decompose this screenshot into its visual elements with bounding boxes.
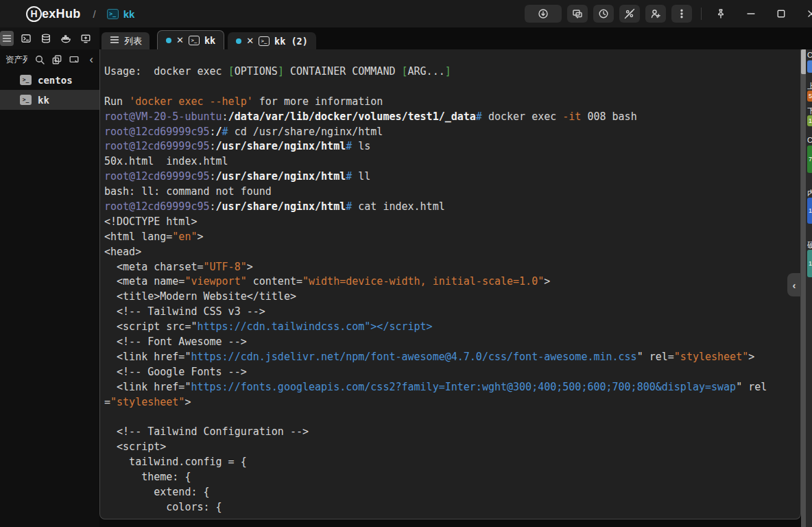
breadcrumb-session[interactable]: kk [123, 8, 135, 20]
tab-close-icon[interactable]: ✕ [246, 36, 254, 45]
terminal-line: Run 'docker exec --help' for more inform… [104, 95, 798, 110]
duplicate-add-icon[interactable] [51, 54, 62, 65]
terminal-icon: >_ [107, 9, 119, 19]
stat-badge: 5 [807, 91, 812, 102]
titlebar-divider [701, 8, 702, 20]
close-button[interactable] [801, 5, 812, 23]
stat-badge: 1 [807, 198, 812, 224]
terminal-line: root@12cd69999c95:/# cd /usr/share/nginx… [104, 125, 798, 140]
stat-label: 内 [807, 188, 812, 198]
terminal-panel[interactable]: Usage: docker exec [OPTIONS] CONTAINER C… [99, 49, 801, 519]
stat-label: C [807, 136, 812, 144]
terminal-line [104, 80, 798, 95]
more-icon [676, 8, 687, 19]
terminal-line: <script> [104, 440, 798, 455]
minimize-button[interactable] [741, 5, 761, 23]
terminal-line: <script src="https://cdn.tailwindcss.com… [104, 320, 798, 335]
close-icon [806, 8, 812, 19]
tab-list[interactable]: 列表 [102, 32, 150, 49]
terminal-line: bash: ll: command not found [104, 185, 798, 200]
docker-icon[interactable] [60, 31, 72, 46]
connected-dot [166, 38, 171, 43]
percent-slash-button[interactable] [619, 5, 640, 23]
sidebar: 资产列 ‹ >_centos>_kk [0, 49, 99, 527]
server-item-centos[interactable]: >_centos [0, 70, 99, 90]
history-button[interactable] [593, 5, 614, 23]
add-user-icon [650, 8, 661, 19]
asset-panel-header: 资产列 ‹ [0, 49, 99, 70]
terminal-icon: >_ [20, 95, 32, 105]
remote-desktop-icon[interactable] [80, 31, 92, 46]
app-window: H exHub / >_ kk 列表 ✕>_kk✕>_kk (2) 资产列 ‹ [0, 0, 812, 527]
terminal-line: colors: { [104, 500, 798, 515]
titlebar: H exHub / >_ kk [0, 0, 812, 27]
right-panel-collapse-handle[interactable]: ‹ [787, 273, 801, 296]
maximize-icon [776, 8, 787, 19]
main-row: 资产列 ‹ >_centos>_kk Usage: docker exec [O… [0, 49, 812, 527]
terminal-icon: >_ [259, 36, 270, 46]
tab-kk-(2)[interactable]: ✕>_kk (2) [228, 32, 316, 49]
terminal-line: <title>Modern Website</title> [104, 290, 798, 305]
terminal-line: <link href="https://fonts.googleapis.com… [104, 380, 798, 395]
sidebar-nav-icons [0, 27, 99, 49]
search-icon[interactable] [34, 54, 45, 65]
terminal-line: root@12cd69999c95:/usr/share/nginx/html#… [104, 169, 798, 185]
maximize-button[interactable] [771, 5, 791, 23]
tab-label: kk [204, 35, 215, 46]
terminal-output: Usage: docker exec [OPTIONS] CONTAINER C… [100, 49, 800, 515]
server-name: centos [38, 75, 73, 86]
percent-slash-icon [624, 8, 635, 19]
terminal-line: tailwind.config = { [104, 455, 798, 470]
logo-h-icon: H [26, 6, 42, 22]
monitor-icon[interactable] [69, 54, 80, 65]
screens-button[interactable] [567, 5, 588, 23]
tab-label: kk (2) [274, 36, 308, 47]
terminal-line: ="stylesheet"> [104, 395, 798, 410]
list-icon [109, 34, 120, 47]
stats-strip: C上5下1C7内1硬1 [806, 49, 812, 527]
stat-label: 硬 [807, 240, 812, 250]
list-icon[interactable] [0, 31, 14, 46]
terminal-line: Usage: docker exec [OPTIONS] CONTAINER C… [104, 65, 798, 80]
database-icon[interactable] [40, 31, 52, 46]
tab-list-label: 列表 [124, 35, 142, 47]
terminal-icon[interactable] [20, 31, 32, 46]
history-icon [598, 8, 609, 19]
terminal-line: <!-- Tailwind Configuration --> [104, 425, 798, 440]
pin-button[interactable] [710, 5, 731, 23]
terminal-line: root@12cd69999c95:/usr/share/nginx/html#… [104, 139, 798, 154]
connected-dot [236, 38, 241, 44]
stat-label: C [807, 51, 812, 59]
add-user-button[interactable] [645, 5, 666, 23]
tab-close-icon[interactable]: ✕ [176, 36, 184, 45]
screens-icon [572, 8, 583, 19]
app-title: exHub [42, 7, 81, 21]
terminal-line: root@VM-20-5-ubuntu:/data/var/lib/docker… [104, 110, 798, 125]
minimize-icon [745, 8, 756, 19]
terminal-line: root@12cd69999c95:/usr/share/nginx/html#… [104, 200, 798, 215]
server-list: >_centos>_kk [0, 70, 99, 110]
terminal-line: <!-- Google Fonts --> [104, 365, 798, 380]
terminal-line: <!-- Font Awesome --> [104, 335, 798, 350]
stat-label: 上 [807, 81, 812, 91]
terminal-line: <html lang="en"> [104, 230, 798, 245]
server-name: kk [38, 95, 49, 106]
terminal-line: theme: { [104, 470, 798, 485]
stat-badge: 1 [807, 250, 812, 277]
chevron-left-icon[interactable]: ‹ [86, 54, 97, 66]
terminal-icon: >_ [20, 75, 32, 85]
terminal-line: <link href="https://cdn.jsdelivr.net/npm… [104, 350, 798, 365]
tab-kk[interactable]: ✕>_kk [157, 30, 224, 49]
terminal-line [104, 410, 798, 425]
second-row: 列表 ✕>_kk✕>_kk (2) [0, 27, 812, 49]
terminal-line: <!DOCTYPE html> [104, 215, 798, 230]
terminal-line: 50x.html index.html [104, 154, 798, 169]
pin-icon [715, 8, 726, 19]
terminal-line: <meta name="viewport" content="width=dev… [104, 274, 798, 290]
terminal-icon: >_ [189, 36, 200, 45]
server-item-kk[interactable]: >_kk [0, 90, 99, 110]
titlebar-actions [525, 5, 812, 23]
update-button[interactable] [525, 5, 562, 23]
more-button[interactable] [671, 5, 692, 23]
stat-badge [807, 60, 812, 73]
